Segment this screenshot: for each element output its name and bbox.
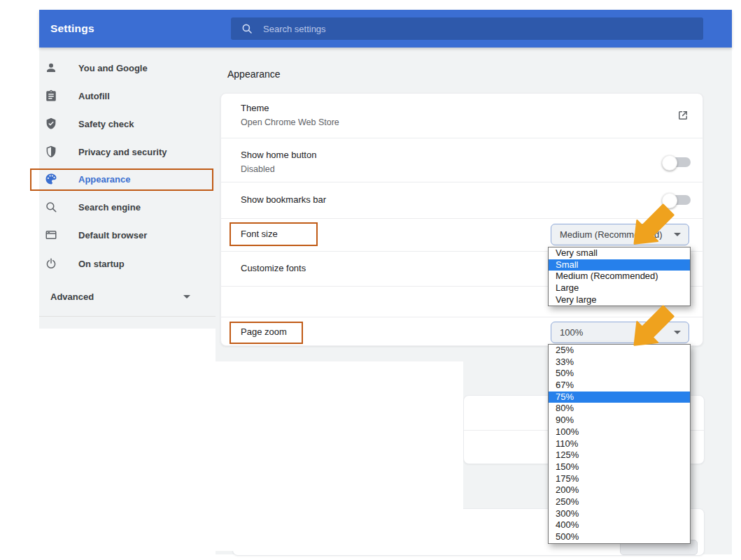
home-button-subtitle: Disabled	[241, 164, 275, 175]
dropdown-option[interactable]: 33%	[549, 357, 690, 368]
sidebar-item-default-browser[interactable]: Default browser	[39, 221, 216, 249]
divider	[221, 182, 703, 182]
external-link-icon[interactable]	[677, 109, 689, 124]
dropdown-option[interactable]: 150%	[549, 461, 690, 473]
search-box[interactable]	[231, 17, 703, 40]
highlight-box-font-size	[230, 222, 318, 246]
sidebar-item-autofill[interactable]: Autofill	[39, 82, 216, 110]
section-heading: Appearance	[227, 69, 281, 80]
theme-subtitle: Open Chrome Web Store	[241, 117, 339, 128]
page-zoom-value: 100%	[560, 327, 583, 338]
dropdown-option[interactable]: Large	[549, 282, 690, 294]
blank-area-center	[216, 361, 463, 551]
sidebar-item-label: Privacy and security	[78, 147, 167, 157]
sidebar-item-privacy[interactable]: Privacy and security	[39, 138, 216, 166]
toggle-knob	[662, 155, 677, 171]
dropdown-option[interactable]: Very small	[549, 247, 690, 259]
annotation-arrow-font-size	[627, 196, 679, 247]
sidebar-item-label: You and Google	[78, 63, 148, 73]
annotation-arrow-page-zoom	[627, 297, 679, 349]
dropdown-option-selected[interactable]: Small	[549, 259, 690, 271]
dropdown-option[interactable]: 200%	[549, 484, 690, 496]
dropdown-option[interactable]: 90%	[549, 415, 690, 426]
dropdown-option[interactable]: 400%	[549, 519, 690, 531]
dropdown-option[interactable]: 67%	[549, 380, 690, 392]
sidebar-item-search-engine[interactable]: Search engine	[39, 193, 216, 221]
dropdown-option[interactable]: 175%	[549, 473, 690, 485]
safety-check-icon	[45, 117, 57, 130]
power-icon	[45, 257, 57, 270]
sidebar-divider	[39, 316, 216, 317]
person-icon	[45, 62, 57, 74]
sidebar-item-label: Autofill	[78, 91, 110, 101]
browser-icon	[45, 229, 57, 241]
chevron-down-icon	[183, 295, 190, 299]
home-button-toggle[interactable]	[667, 157, 691, 167]
theme-title: Theme	[241, 103, 269, 114]
highlight-box-page-zoom	[230, 322, 303, 344]
dropdown-option[interactable]: 100%	[549, 426, 690, 438]
sidebar-item-label: Search engine	[78, 202, 141, 213]
sidebar-advanced[interactable]: Advanced	[39, 282, 216, 310]
sidebar-item-label: Default browser	[78, 230, 147, 240]
customize-fonts-label[interactable]: Customize fonts	[241, 263, 306, 274]
home-button-title: Show home button	[241, 150, 316, 161]
sidebar-item-label: On startup	[78, 259, 125, 269]
blank-area-left	[39, 329, 216, 554]
sidebar-item-on-startup[interactable]: On startup	[39, 250, 216, 278]
dropdown-option[interactable]: 300%	[549, 508, 690, 520]
privacy-shield-icon	[45, 145, 57, 158]
dropdown-option[interactable]: 80%	[549, 403, 690, 415]
search-input[interactable]	[262, 23, 656, 35]
dropdown-option-selected[interactable]: 75%	[549, 392, 690, 403]
search-icon	[241, 22, 253, 35]
search-engine-icon	[45, 201, 57, 213]
chrome-settings-screen: Settings You and Google Autofill Safety …	[0, 0, 741, 560]
sidebar-item-you-and-google[interactable]: You and Google	[39, 54, 216, 82]
highlight-box-appearance	[30, 168, 213, 191]
dropdown-option[interactable]: 500%	[549, 531, 690, 543]
sidebar-item-safety-check[interactable]: Safety check	[39, 110, 216, 138]
page-zoom-dropdown-list: 25% 33% 50% 67% 75% 80% 90% 100% 110% 12…	[548, 344, 691, 544]
page-title: Settings	[50, 22, 94, 35]
divider	[221, 138, 703, 138]
autofill-icon	[45, 89, 57, 102]
dropdown-option[interactable]: 50%	[549, 368, 690, 380]
dropdown-option[interactable]: Medium (Recommended)	[549, 271, 690, 282]
dropdown-option[interactable]: 110%	[549, 438, 690, 450]
advanced-label: Advanced	[50, 292, 94, 302]
dropdown-option[interactable]: 250%	[549, 496, 690, 508]
bookmarks-bar-title: Show bookmarks bar	[241, 194, 326, 206]
sidebar-item-label: Safety check	[78, 119, 134, 129]
header-bar: Settings	[39, 10, 732, 48]
dropdown-option[interactable]: 125%	[549, 450, 690, 461]
